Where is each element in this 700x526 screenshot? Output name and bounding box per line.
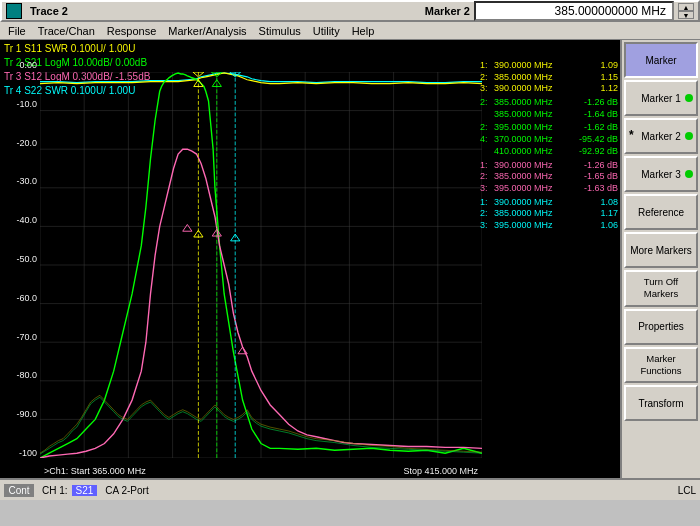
title-bar: Trace 2 Marker 2 385.000000000 MHz ▲ ▼ — [0, 0, 700, 22]
menu-file[interactable]: File — [2, 24, 32, 38]
marker-data-panel: 1:390.0000 MHz1.09 2:385.0000 MHz1.15 3:… — [480, 60, 618, 232]
menu-trace-chan[interactable]: Trace/Chan — [32, 24, 101, 38]
sidebar-btn-marker-functions[interactable]: Marker Functions — [624, 347, 698, 384]
spinner-down[interactable]: ▼ — [678, 11, 694, 19]
sidebar-btn-turn-off-markers[interactable]: Turn Off Markers — [624, 270, 698, 307]
menu-help[interactable]: Help — [346, 24, 381, 38]
s21-badge: S21 — [72, 485, 98, 496]
ch-info: CH 1: S21 — [42, 485, 97, 496]
chart-container: Tr 1 S11 SWR 0.100U/ 1.00U Tr 2 S21 LogM… — [0, 40, 620, 478]
lcl-label: LCL — [678, 485, 696, 496]
window-icon — [6, 3, 22, 19]
marker2-indicator — [685, 132, 693, 140]
marker3-indicator — [685, 170, 693, 178]
sidebar-btn-transform[interactable]: Transform — [624, 385, 698, 421]
sidebar-btn-marker3[interactable]: Marker 3 — [624, 156, 698, 192]
marker-display: Marker 2 385.000000000 MHz ▲ ▼ — [425, 1, 694, 21]
ch-label: CH 1: — [42, 485, 68, 496]
main-area: Tr 1 S11 SWR 0.100U/ 1.00U Tr 2 S21 LogM… — [0, 40, 700, 478]
marker-name-label: Marker 2 — [425, 5, 470, 17]
sidebar-btn-reference[interactable]: Reference — [624, 194, 698, 230]
sidebar-btn-properties[interactable]: Properties — [624, 309, 698, 345]
marker-group-1: 1:390.0000 MHz1.09 2:385.0000 MHz1.15 3:… — [480, 60, 618, 95]
marker2-asterisk: * — [629, 128, 634, 144]
stop-label: Stop 415.000 MHz — [403, 466, 478, 476]
right-sidebar: Marker Marker 1 * Marker 2 Marker 3 Refe… — [620, 40, 700, 478]
spinner-up[interactable]: ▲ — [678, 3, 694, 11]
svg-marker-30 — [183, 224, 192, 231]
marker-group-4: 1:390.0000 MHz-1.26 dB 2:385.0000 MHz-1.… — [480, 160, 618, 195]
marker-spinner[interactable]: ▲ ▼ — [678, 3, 694, 19]
cont-indicator: Cont — [4, 484, 34, 497]
y-axis: 0.00 -10.0 -20.0 -30.0 -40.0 -50.0 -60.0… — [0, 60, 40, 458]
marker-value-box[interactable]: 385.000000000 MHz — [474, 1, 674, 21]
sidebar-btn-marker1[interactable]: Marker 1 — [624, 80, 698, 116]
status-bar: Cont CH 1: S21 CA 2-Port LCL — [0, 478, 700, 500]
chart-svg — [40, 72, 482, 458]
sidebar-btn-marker[interactable]: Marker — [624, 42, 698, 78]
menu-utility[interactable]: Utility — [307, 24, 346, 38]
trace-1-label: Tr 1 S11 SWR 0.100U/ 1.00U — [4, 42, 150, 56]
menu-bar: File Trace/Chan Response Marker/Analysis… — [0, 22, 700, 40]
marker-group-3: 2:395.0000 MHz-1.62 dB 4:370.0000 MHz-95… — [480, 122, 618, 157]
mode-label: CA 2-Port — [105, 485, 148, 496]
marker1-indicator — [685, 94, 693, 102]
marker-group-2: 2:385.0000 MHz-1.26 dB 385.0000 MHz-1.64… — [480, 97, 618, 120]
start-label: >Ch1: Start 365.000 MHz — [44, 466, 146, 476]
menu-marker-analysis[interactable]: Marker/Analysis — [162, 24, 252, 38]
menu-response[interactable]: Response — [101, 24, 163, 38]
marker-group-5: 1:390.0000 MHz1.08 2:385.0000 MHz1.17 3:… — [480, 197, 618, 232]
menu-stimulus[interactable]: Stimulus — [253, 24, 307, 38]
sidebar-btn-marker2[interactable]: * Marker 2 — [624, 118, 698, 154]
trace-title: Trace 2 — [30, 5, 68, 17]
sidebar-btn-more-markers[interactable]: More Markers — [624, 232, 698, 268]
